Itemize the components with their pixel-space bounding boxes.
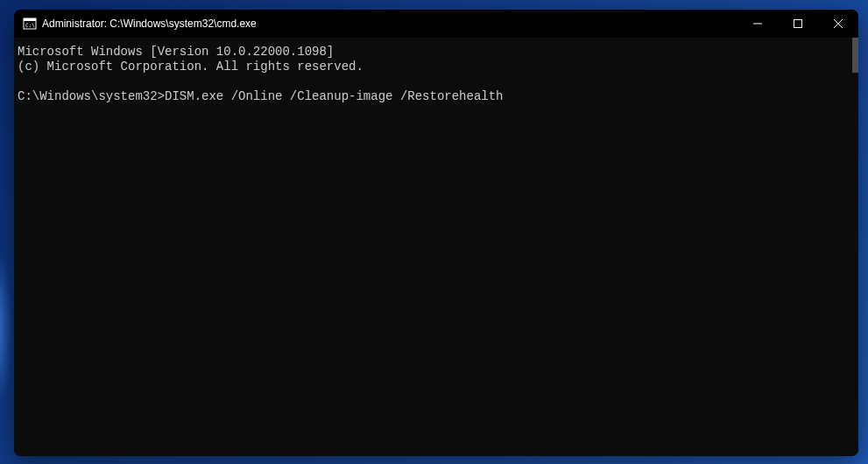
svg-rect-4 [794,20,802,28]
maximize-button[interactable] [778,10,818,38]
window-title: Administrator: C:\Windows\system32\cmd.e… [42,18,737,30]
terminal-body[interactable]: Microsoft Windows [Version 10.0.22000.10… [14,38,858,456]
svg-text:C:\: C:\ [25,22,35,28]
close-button[interactable] [818,10,858,38]
cmd-icon: C:\ [23,17,37,31]
copyright-line: (c) Microsoft Corporation. All rights re… [18,60,363,74]
command-input[interactable]: DISM.exe /Online /Cleanup-image /Restore… [165,89,503,103]
desktop-background-accent [0,245,12,411]
titlebar[interactable]: C:\ Administrator: C:\Windows\system32\c… [14,10,858,38]
cmd-window: C:\ Administrator: C:\Windows\system32\c… [14,10,858,456]
minimize-button[interactable] [737,10,778,38]
svg-rect-1 [24,18,36,21]
terminal-output: Microsoft Windows [Version 10.0.22000.10… [18,45,858,104]
prompt: C:\Windows\system32> [18,89,165,103]
scrollbar-thumb[interactable] [852,38,858,73]
version-line: Microsoft Windows [Version 10.0.22000.10… [18,45,334,59]
window-controls [737,10,858,38]
